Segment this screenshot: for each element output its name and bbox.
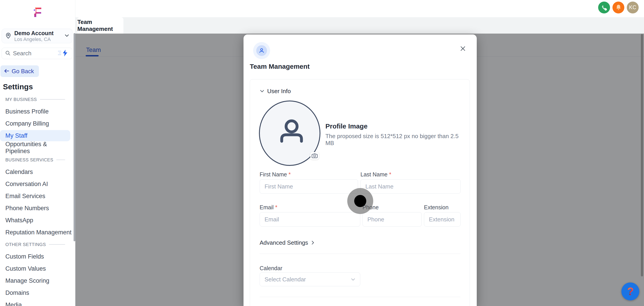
chevron-down-icon bbox=[260, 90, 264, 93]
user-avatar[interactable]: KC bbox=[627, 2, 639, 14]
bell-icon bbox=[616, 5, 620, 9]
sidebar-item-company-billing[interactable]: Company Billing bbox=[0, 118, 73, 130]
phone-field: Phone bbox=[362, 204, 422, 226]
section-rule bbox=[56, 160, 65, 160]
window-tabbar: Team Management bbox=[75, 17, 644, 34]
user-info-toggle[interactable]: User Info bbox=[260, 88, 460, 94]
divider bbox=[260, 297, 460, 297]
required-asterisk: * bbox=[288, 171, 291, 177]
extension-input[interactable] bbox=[424, 212, 461, 226]
user-info-card: User Info Profile Image The proposed siz… bbox=[250, 79, 470, 306]
close-icon bbox=[460, 46, 466, 52]
sidebar-item-calendars[interactable]: Calendars bbox=[0, 166, 73, 178]
phone-label: Phone bbox=[362, 204, 378, 210]
topbar: KC bbox=[75, 0, 644, 17]
help-button[interactable]: ? bbox=[622, 282, 639, 300]
account-switcher[interactable]: Demo Account Los Angeles, CA bbox=[2, 29, 72, 43]
app-logo: F bbox=[32, 5, 44, 19]
email-field: Email* bbox=[260, 204, 360, 226]
profile-image-block: Profile Image The proposed size is 512*5… bbox=[259, 101, 460, 166]
sidebar-item-opportunities-pipelines[interactable]: Opportunities & Pipelines bbox=[0, 142, 73, 154]
extension-field: Extension bbox=[424, 204, 461, 226]
sidebar-item-custom-values[interactable]: Custom Values bbox=[0, 262, 73, 275]
settings-nav: MY BUSINESS Business Profile Company Bil… bbox=[0, 93, 73, 306]
sidebar-title: Settings bbox=[3, 82, 33, 91]
account-name: Demo Account bbox=[14, 30, 64, 37]
go-back-label: Go Back bbox=[12, 68, 34, 75]
team-management-modal: Team Management User Info bbox=[244, 35, 477, 306]
calendar-select-placeholder: Select Calendar bbox=[264, 276, 351, 283]
phone-input[interactable] bbox=[362, 212, 422, 226]
svg-text:?: ? bbox=[627, 285, 634, 297]
location-pin-icon bbox=[5, 32, 12, 40]
phone-dialer-button[interactable] bbox=[598, 2, 610, 14]
calendar-select[interactable]: Select Calendar bbox=[260, 272, 360, 286]
user-badge-icon bbox=[253, 42, 270, 59]
advanced-settings-toggle[interactable]: Advanced Settings bbox=[260, 239, 460, 246]
page-scrollbar[interactable] bbox=[641, 34, 643, 276]
user-info-label: User Info bbox=[267, 88, 291, 95]
nav-section-other-settings: OTHER SETTINGS bbox=[0, 238, 73, 250]
first-name-input[interactable] bbox=[260, 179, 358, 194]
sidebar-item-reputation-management[interactable]: Reputation Management bbox=[0, 226, 73, 238]
account-location: Los Angeles, CA bbox=[14, 37, 64, 42]
last-name-label: Last Name bbox=[360, 171, 388, 177]
required-asterisk: * bbox=[275, 204, 278, 210]
sidebar-item-domains[interactable]: Domains bbox=[0, 287, 73, 299]
last-name-field: Last Name* bbox=[360, 171, 461, 194]
last-name-input[interactable] bbox=[360, 179, 461, 194]
sidebar-item-media[interactable]: Media bbox=[0, 299, 73, 306]
extension-label: Extension bbox=[424, 204, 448, 210]
search-input[interactable] bbox=[13, 50, 58, 57]
close-modal-button[interactable] bbox=[459, 44, 467, 53]
sidebar-item-whatsapp[interactable]: WhatsApp bbox=[0, 214, 73, 226]
go-back-button[interactable]: Go Back bbox=[0, 65, 39, 77]
camera-icon bbox=[312, 153, 318, 158]
notifications-button[interactable] bbox=[612, 2, 624, 14]
required-asterisk: * bbox=[389, 171, 391, 177]
modal-title: Team Management bbox=[250, 63, 310, 70]
sidebar-scrollbar[interactable] bbox=[74, 33, 75, 241]
section-rule bbox=[49, 244, 65, 245]
email-input[interactable] bbox=[260, 212, 360, 226]
sidebar-item-conversation-ai[interactable]: Conversation AI bbox=[0, 178, 73, 190]
arrow-left-icon bbox=[4, 68, 10, 75]
first-name-label: First Name bbox=[260, 171, 287, 177]
sidebar-item-my-staff[interactable]: My Staff bbox=[0, 130, 70, 141]
email-label: Email bbox=[260, 204, 274, 210]
profile-image-heading: Profile Image bbox=[325, 122, 460, 130]
person-placeholder-icon bbox=[272, 116, 310, 154]
chevron-down-icon bbox=[351, 278, 355, 281]
sidebar-search[interactable] bbox=[2, 48, 72, 59]
sidebar-item-phone-numbers[interactable]: Phone Numbers bbox=[0, 202, 73, 214]
nav-section-my-business: MY BUSINESS bbox=[0, 93, 73, 105]
profile-image-hint: The proposed size is 512*512 px no bigge… bbox=[325, 133, 460, 147]
question-mark-icon: ? bbox=[622, 282, 639, 300]
sidebar-item-custom-fields[interactable]: Custom Fields bbox=[0, 250, 73, 262]
sidebar-item-business-profile[interactable]: Business Profile bbox=[0, 105, 73, 118]
section-rule bbox=[40, 99, 65, 100]
quick-actions-bolt-icon[interactable] bbox=[58, 50, 69, 58]
sidebar-item-email-services[interactable]: Email Services bbox=[0, 190, 73, 202]
calendar-label: Calendar bbox=[260, 265, 460, 271]
divider bbox=[260, 254, 460, 254]
sidebar-item-manage-scoring[interactable]: Manage Scoring bbox=[0, 275, 73, 287]
nav-section-business-services: BUSINESS SERVICES bbox=[0, 154, 73, 166]
tab-team-management[interactable]: Team Management bbox=[77, 17, 124, 34]
chevron-right-icon bbox=[311, 240, 314, 245]
settings-sidebar: F Demo Account Los Angeles, CA bbox=[0, 0, 75, 306]
profile-image-uploader[interactable] bbox=[259, 101, 320, 166]
upload-photo-button[interactable] bbox=[310, 152, 319, 160]
first-name-field: First Name* bbox=[260, 171, 358, 194]
chevron-down-icon bbox=[64, 34, 69, 38]
advanced-settings-label: Advanced Settings bbox=[260, 239, 308, 246]
search-icon bbox=[5, 50, 11, 57]
